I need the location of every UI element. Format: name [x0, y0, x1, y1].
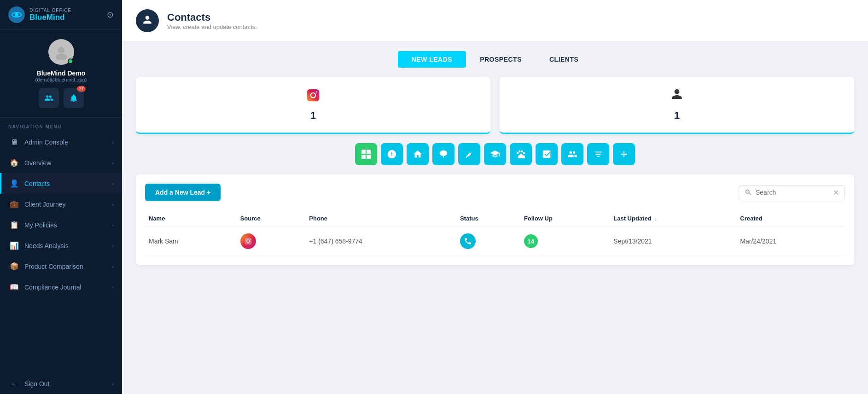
target-icon[interactable]: ⊙ [107, 10, 114, 20]
tab-new-leads[interactable]: NEW LEADS [398, 51, 466, 68]
nav-arrow-sign-out: › [112, 381, 114, 387]
search-icon [745, 189, 752, 196]
filter-btn-money[interactable] [381, 143, 403, 165]
avatar-wrapper [48, 39, 74, 65]
instagram-stat-icon [306, 88, 320, 106]
client-journey-icon: 💼 [10, 200, 19, 209]
needs-analysis-icon: 📊 [10, 241, 19, 250]
nav-arrow-contacts: › [112, 181, 114, 186]
table-row[interactable]: Mark Sam +1 ( [145, 227, 845, 256]
svg-rect-11 [367, 155, 371, 159]
nav-arrow-admin-console: › [112, 139, 114, 145]
svg-rect-8 [361, 150, 366, 154]
logo-icon [8, 6, 25, 23]
my-policies-icon: 📋 [10, 220, 19, 229]
online-status-dot [68, 58, 73, 64]
sort-icon: ↓ [654, 216, 657, 221]
contacts-action-button[interactable] [39, 88, 59, 108]
col-followup: Follow Up [520, 210, 610, 227]
nav-arrow-client-journey: › [112, 202, 114, 207]
nav-arrow-overview: › [112, 160, 114, 166]
svg-rect-5 [307, 89, 320, 102]
nav-text-product-comparison: Product Comparison [24, 263, 106, 270]
nav-item-compliance-journal[interactable]: 📖 Compliance Journal › [0, 277, 122, 297]
svg-point-7 [316, 91, 317, 93]
nav-item-contacts[interactable]: 👤 Contacts › [0, 173, 122, 194]
filter-btn-add[interactable] [613, 143, 635, 165]
filter-btn-umbrella[interactable] [432, 143, 454, 165]
search-wrapper: ✕ [739, 185, 845, 200]
page-header: Contacts View, create and update contact… [122, 0, 868, 42]
nav-item-sign-out[interactable]: ← Sign Out › [0, 374, 122, 394]
user-name: BlueMind Demo [37, 70, 86, 77]
brand-name: BlueMind [29, 13, 71, 22]
svg-rect-16 [245, 238, 251, 245]
col-phone: Phone [305, 210, 456, 227]
tabs-row: NEW LEADS PROSPECTS CLIENTS [136, 51, 854, 68]
svg-point-14 [521, 151, 523, 153]
notification-badge: 27 [77, 86, 85, 92]
nav-item-client-journey[interactable]: 💼 Client Journey › [0, 194, 122, 214]
nav-text-client-journey: Client Journey [24, 201, 106, 208]
filter-btn-education[interactable] [484, 143, 506, 165]
table-section: Add a New Lead + ✕ Name Source [136, 174, 854, 265]
filter-btn-home[interactable] [407, 143, 429, 165]
nav-item-needs-analysis[interactable]: 📊 Needs Analysis › [0, 235, 122, 256]
nav-arrow-product-comparison: › [112, 264, 114, 269]
user-section: BlueMind Demo (demo@bluemind.app) 27 [0, 30, 122, 118]
page-title: Contacts [167, 12, 257, 23]
add-lead-button[interactable]: Add a New Lead + [145, 184, 221, 201]
cell-status [456, 227, 520, 256]
nav-label: NAVIGATION MENU [0, 118, 122, 132]
stat-card-instagram[interactable]: 1 [136, 77, 490, 134]
table-toolbar: Add a New Lead + ✕ [145, 184, 845, 201]
col-name: Name [145, 210, 237, 227]
svg-rect-10 [361, 155, 366, 159]
logo-text: DIGITAL OFFICE BlueMind [29, 8, 71, 22]
stat-card-person[interactable]: 1 [500, 77, 854, 134]
cell-last-updated: Sept/13/2021 [610, 227, 736, 256]
admin-console-icon: 🖥 [10, 138, 19, 146]
filter-btn-group[interactable] [561, 143, 583, 165]
source-instagram-badge [240, 233, 256, 249]
tab-clients[interactable]: CLIENTS [536, 51, 592, 68]
svg-point-3 [58, 47, 64, 53]
contacts-icon: 👤 [10, 179, 19, 188]
nav-text-contacts: Contacts [24, 180, 106, 187]
brand-prefix: DIGITAL OFFICE [29, 8, 71, 13]
content-area: NEW LEADS PROSPECTS CLIENTS [122, 42, 868, 394]
filter-btn-chart[interactable] [536, 143, 558, 165]
cell-followup: 14 [520, 227, 610, 256]
svg-point-4 [56, 54, 67, 60]
filter-btn-pet[interactable] [510, 143, 532, 165]
nav-text-needs-analysis: Needs Analysis [24, 242, 106, 249]
svg-point-13 [518, 151, 521, 153]
col-status: Status [456, 210, 520, 227]
status-call-badge [460, 233, 476, 249]
user-email: (demo@bluemind.app) [35, 77, 87, 82]
nav-arrow-my-policies: › [112, 222, 114, 228]
svg-point-18 [250, 239, 250, 240]
nav-item-overview[interactable]: 🏠 Overview › [0, 152, 122, 173]
nav-text-admin-console: Admin Console [24, 139, 106, 146]
sign-out-icon: ← [10, 380, 19, 388]
notifications-button[interactable]: 27 [64, 88, 84, 108]
cell-source [237, 227, 306, 256]
nav-item-admin-console[interactable]: 🖥 Admin Console › [0, 132, 122, 152]
col-source: Source [237, 210, 306, 227]
svg-point-12 [517, 152, 519, 154]
compliance-journal-icon: 📖 [10, 283, 19, 291]
search-clear-icon[interactable]: ✕ [833, 188, 839, 197]
filter-btn-group2[interactable] [587, 143, 609, 165]
filter-btn-grid[interactable] [355, 143, 377, 165]
sidebar: DIGITAL OFFICE BlueMind ⊙ BlueMind Demo … [0, 0, 122, 394]
table-header: Name Source Phone Status Follow Up [145, 210, 845, 227]
tab-prospects[interactable]: PROSPECTS [466, 51, 536, 68]
col-last-updated[interactable]: Last Updated ↓ [610, 210, 736, 227]
filter-btn-leaf[interactable] [458, 143, 480, 165]
nav-item-product-comparison[interactable]: 📦 Product Comparison › [0, 256, 122, 277]
search-input[interactable] [756, 189, 829, 196]
nav-item-my-policies[interactable]: 📋 My Policies › [0, 214, 122, 235]
followup-badge: 14 [524, 234, 538, 248]
overview-icon: 🏠 [10, 158, 19, 167]
